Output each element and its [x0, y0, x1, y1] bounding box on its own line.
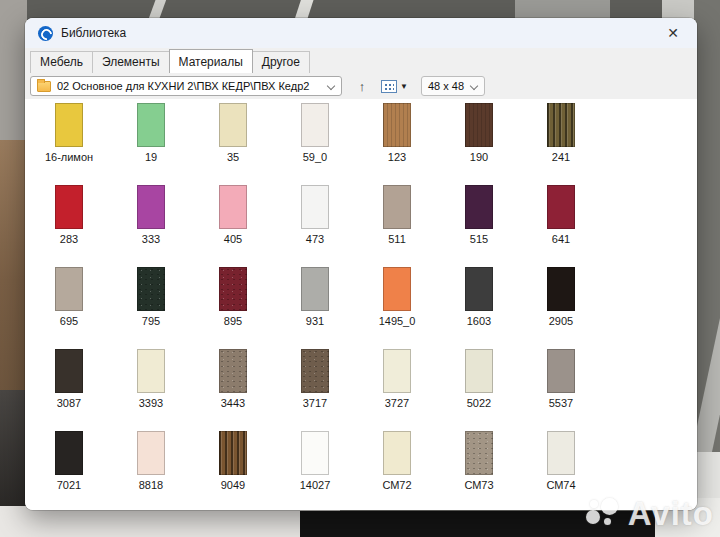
- material-swatch[interactable]: [465, 185, 493, 229]
- material-cell[interactable]: 7021: [28, 430, 110, 510]
- material-swatch[interactable]: [547, 349, 575, 393]
- background-wood-panel: [0, 140, 27, 395]
- material-cell[interactable]: 14027: [274, 430, 356, 510]
- material-cell[interactable]: 19: [110, 102, 192, 184]
- folder-icon: [37, 81, 51, 92]
- material-cell[interactable]: 5537: [520, 348, 602, 430]
- material-label: 9049: [221, 479, 245, 491]
- material-cell[interactable]: 333: [110, 184, 192, 266]
- material-swatch[interactable]: [137, 431, 165, 475]
- tab-Материалы[interactable]: Материалы: [169, 49, 253, 73]
- tab-Элементы[interactable]: Элементы: [92, 51, 170, 73]
- material-cell[interactable]: 473: [274, 184, 356, 266]
- window-title: Библиотека: [61, 26, 126, 40]
- material-cell[interactable]: 3443: [192, 348, 274, 430]
- material-swatch[interactable]: [219, 103, 247, 147]
- material-swatch[interactable]: [383, 349, 411, 393]
- material-swatch[interactable]: [465, 267, 493, 311]
- material-cell[interactable]: 511: [356, 184, 438, 266]
- material-swatch[interactable]: [301, 349, 329, 393]
- material-label: 895: [224, 315, 242, 327]
- material-swatch[interactable]: [55, 349, 83, 393]
- material-cell[interactable]: 931: [274, 266, 356, 348]
- material-swatch[interactable]: [55, 185, 83, 229]
- material-swatch[interactable]: [55, 431, 83, 475]
- material-cell[interactable]: 123: [356, 102, 438, 184]
- material-swatch[interactable]: [301, 431, 329, 475]
- material-label: 283: [60, 233, 78, 245]
- material-cell[interactable]: СМ72: [356, 430, 438, 510]
- material-cell[interactable]: 8818: [110, 430, 192, 510]
- material-swatch[interactable]: [137, 267, 165, 311]
- material-swatch[interactable]: [383, 267, 411, 311]
- material-label: 3717: [303, 397, 327, 409]
- material-swatch[interactable]: [465, 103, 493, 147]
- material-swatch[interactable]: [547, 431, 575, 475]
- material-cell[interactable]: 190: [438, 102, 520, 184]
- material-cell[interactable]: 515: [438, 184, 520, 266]
- material-cell[interactable]: 3087: [28, 348, 110, 430]
- material-cell[interactable]: 1603: [438, 266, 520, 348]
- folder-path-combobox[interactable]: 02 Основное для КУХНИ 2\ПВХ КЕДР\ПВХ Кед…: [30, 76, 342, 96]
- material-label: 14027: [300, 479, 331, 491]
- material-label: 641: [552, 233, 570, 245]
- material-swatch[interactable]: [547, 267, 575, 311]
- material-cell[interactable]: 641: [520, 184, 602, 266]
- material-label: СМ73: [464, 479, 493, 491]
- material-label: 333: [142, 233, 160, 245]
- material-swatch[interactable]: [219, 431, 247, 475]
- material-cell[interactable]: 5022: [438, 348, 520, 430]
- tab-Другое[interactable]: Другое: [252, 51, 310, 73]
- material-swatch[interactable]: [137, 185, 165, 229]
- icon-size-combobox[interactable]: 48 x 48: [421, 76, 485, 96]
- up-folder-button[interactable]: ↑: [352, 76, 372, 96]
- tab-Мебель[interactable]: Мебель: [30, 51, 93, 73]
- material-cell[interactable]: 2905: [520, 266, 602, 348]
- material-cell[interactable]: 1495_0: [356, 266, 438, 348]
- material-cell[interactable]: 241: [520, 102, 602, 184]
- material-cell[interactable]: СМ74: [520, 430, 602, 510]
- titlebar[interactable]: Библиотека ✕: [25, 18, 697, 48]
- close-button[interactable]: ✕: [662, 22, 684, 44]
- material-swatch[interactable]: [301, 185, 329, 229]
- material-swatch[interactable]: [137, 103, 165, 147]
- material-cell[interactable]: 695: [28, 266, 110, 348]
- material-label: 59_0: [303, 151, 327, 163]
- material-swatch[interactable]: [547, 103, 575, 147]
- material-swatch[interactable]: [465, 349, 493, 393]
- material-cell[interactable]: 3717: [274, 348, 356, 430]
- material-label: 16-лимон: [45, 151, 93, 163]
- material-swatch[interactable]: [383, 431, 411, 475]
- material-cell[interactable]: 405: [192, 184, 274, 266]
- library-window: Библиотека ✕ МебельЭлементыМатериалыДруг…: [25, 18, 697, 510]
- material-cell[interactable]: 895: [192, 266, 274, 348]
- material-swatch[interactable]: [219, 185, 247, 229]
- material-swatch[interactable]: [219, 267, 247, 311]
- background-wall: [0, 0, 27, 150]
- material-swatch[interactable]: [55, 267, 83, 311]
- material-swatch[interactable]: [301, 267, 329, 311]
- material-cell[interactable]: 795: [110, 266, 192, 348]
- material-label: 5537: [549, 397, 573, 409]
- material-cell[interactable]: 59_0: [274, 102, 356, 184]
- app-logo-icon: [38, 26, 53, 41]
- view-mode-button[interactable]: ▼: [378, 76, 411, 96]
- material-swatch[interactable]: [137, 349, 165, 393]
- material-swatch[interactable]: [55, 103, 83, 147]
- material-cell[interactable]: 3393: [110, 348, 192, 430]
- material-swatch[interactable]: [465, 431, 493, 475]
- material-swatch[interactable]: [383, 103, 411, 147]
- material-cell[interactable]: 3727: [356, 348, 438, 430]
- material-cell[interactable]: 35: [192, 102, 274, 184]
- material-swatch[interactable]: [301, 103, 329, 147]
- material-label: 473: [306, 233, 324, 245]
- material-cell[interactable]: 9049: [192, 430, 274, 510]
- material-label: 1603: [467, 315, 491, 327]
- material-swatch[interactable]: [547, 185, 575, 229]
- material-label: 3443: [221, 397, 245, 409]
- material-swatch[interactable]: [383, 185, 411, 229]
- material-cell[interactable]: 16-лимон: [28, 102, 110, 184]
- material-swatch[interactable]: [219, 349, 247, 393]
- material-cell[interactable]: 283: [28, 184, 110, 266]
- material-cell[interactable]: СМ73: [438, 430, 520, 510]
